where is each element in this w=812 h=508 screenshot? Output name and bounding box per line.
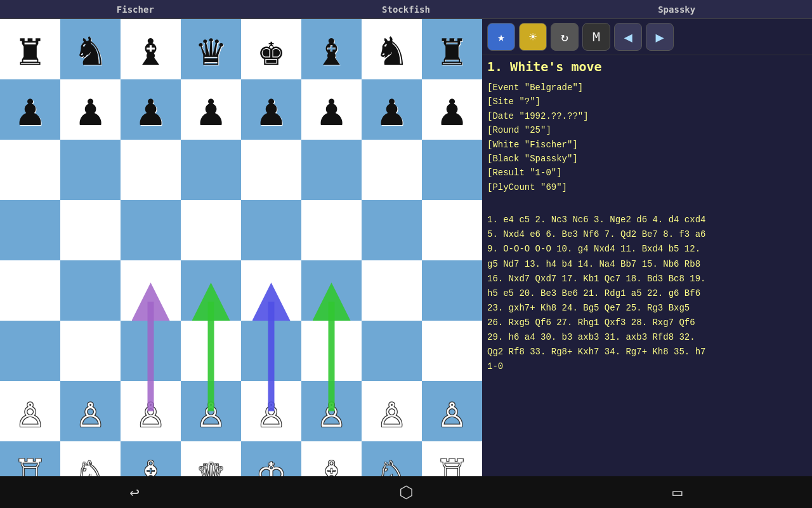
square-7-2[interactable]: ♗ — [121, 441, 181, 476]
star-button[interactable]: ★ — [487, 23, 515, 51]
square-1-3[interactable]: ♟ — [181, 79, 241, 140]
m-button[interactable]: M — [582, 23, 610, 51]
piece-7-1: ♘ — [77, 450, 103, 477]
square-2-7[interactable] — [422, 140, 482, 200]
piece-1-4: ♟ — [258, 88, 284, 132]
square-4-7[interactable] — [422, 260, 482, 321]
piece-6-3: ♙ — [197, 389, 224, 434]
square-0-2[interactable]: ♝ — [121, 19, 181, 79]
piece-6-5: ♙ — [318, 389, 344, 434]
square-3-2[interactable] — [121, 200, 181, 260]
square-3-0[interactable] — [0, 200, 60, 260]
piece-1-5: ♟ — [318, 88, 344, 132]
square-6-2[interactable]: ♙ — [121, 381, 181, 441]
square-2-1[interactable] — [60, 140, 121, 200]
square-6-6[interactable]: ♙ — [362, 381, 422, 441]
pgn-result: [Result "1-0"] — [487, 166, 807, 180]
square-7-6[interactable]: ♘ — [362, 441, 422, 476]
back-button[interactable]: ◀ — [614, 23, 642, 51]
square-6-1[interactable]: ♙ — [60, 381, 121, 441]
piece-0-5: ♝ — [318, 27, 344, 72]
square-6-0[interactable]: ♙ — [0, 381, 60, 441]
square-7-5[interactable]: ♗ — [301, 441, 362, 476]
square-1-2[interactable]: ♟ — [121, 79, 181, 140]
square-2-4[interactable] — [241, 140, 301, 200]
square-0-3[interactable]: ♛ — [181, 19, 241, 79]
pgn-plycount: [PlyCount "69"] — [487, 180, 807, 194]
square-2-0[interactable] — [0, 140, 60, 200]
square-6-3[interactable]: ♙ — [181, 381, 241, 441]
square-2-3[interactable] — [181, 140, 241, 200]
square-4-5[interactable] — [301, 260, 362, 321]
top-bar: Fischer Stockfish Spassky — [0, 0, 812, 19]
square-0-7[interactable]: ♜ — [422, 19, 482, 79]
square-0-1[interactable]: ♞ — [60, 19, 121, 79]
square-4-0[interactable] — [0, 260, 60, 321]
square-6-4[interactable]: ♙ — [241, 381, 301, 441]
square-3-7[interactable] — [422, 200, 482, 260]
square-7-4[interactable]: ♔ — [241, 441, 301, 476]
square-4-3[interactable] — [181, 260, 241, 321]
piece-0-4: ♚ — [258, 27, 284, 72]
pgn-site: [Site "?"] — [487, 95, 807, 109]
square-5-6[interactable] — [362, 321, 422, 381]
square-0-6[interactable]: ♞ — [362, 19, 422, 79]
square-5-4[interactable] — [241, 321, 301, 381]
square-0-4[interactable]: ♚ — [241, 19, 301, 79]
square-1-7[interactable]: ♟ — [422, 79, 482, 140]
square-4-4[interactable] — [241, 260, 301, 321]
spassky-label: Spassky — [541, 4, 812, 15]
square-6-7[interactable]: ♙ — [422, 381, 482, 441]
square-1-1[interactable]: ♟ — [60, 79, 121, 140]
refresh-button[interactable]: ↻ — [551, 23, 579, 51]
moves-list: 1. e4 c5 2. Nc3 Nc6 3. Nge2 d6 4. d4 cxd… — [482, 194, 812, 476]
piece-1-6: ♟ — [378, 88, 405, 132]
piece-7-0: ♖ — [16, 450, 43, 477]
fischer-label: Fischer — [0, 4, 271, 15]
square-3-1[interactable] — [60, 200, 121, 260]
square-1-6[interactable]: ♟ — [362, 79, 422, 140]
back-nav-icon[interactable]: ↩ — [129, 483, 140, 502]
square-6-5[interactable]: ♙ — [301, 381, 362, 441]
square-4-1[interactable] — [60, 260, 121, 321]
board-wrapper: ♜♞♝♛♚♝♞♜♟♟♟♟♟♟♟♟♙♙♙♙♙♙♙♙♖♘♗♕♔♗♘♖ — [0, 19, 482, 476]
square-0-5[interactable]: ♝ — [301, 19, 362, 79]
square-5-3[interactable] — [181, 321, 241, 381]
square-3-5[interactable] — [301, 200, 362, 260]
chessboard[interactable]: ♜♞♝♛♚♝♞♜♟♟♟♟♟♟♟♟♙♙♙♙♙♙♙♙♖♘♗♕♔♗♘♖ — [0, 19, 482, 476]
square-7-1[interactable]: ♘ — [60, 441, 121, 476]
square-7-0[interactable]: ♖ — [0, 441, 60, 476]
piece-1-0: ♟ — [16, 88, 43, 132]
square-4-6[interactable] — [362, 260, 422, 321]
square-7-7[interactable]: ♖ — [422, 441, 482, 476]
square-3-3[interactable] — [181, 200, 241, 260]
square-5-5[interactable] — [301, 321, 362, 381]
piece-6-0: ♙ — [16, 389, 43, 434]
square-5-1[interactable] — [60, 321, 121, 381]
square-3-4[interactable] — [241, 200, 301, 260]
piece-7-6: ♘ — [378, 450, 405, 477]
square-4-2[interactable] — [121, 260, 181, 321]
square-5-0[interactable] — [0, 321, 60, 381]
square-5-7[interactable] — [422, 321, 482, 381]
stockfish-label: Stockfish — [271, 4, 542, 15]
sun-button[interactable]: ☀ — [519, 23, 547, 51]
pgn-info: [Event "Belgrade"] [Site "?"] [Date "199… — [482, 78, 812, 194]
piece-7-5: ♗ — [318, 450, 344, 477]
square-2-6[interactable] — [362, 140, 422, 200]
square-5-2[interactable] — [121, 321, 181, 381]
square-3-6[interactable] — [362, 200, 422, 260]
forward-button[interactable]: ▶ — [646, 23, 674, 51]
square-0-0[interactable]: ♜ — [0, 19, 60, 79]
square-1-5[interactable]: ♟ — [301, 79, 362, 140]
square-7-3[interactable]: ♕ — [181, 441, 241, 476]
piece-1-2: ♟ — [137, 88, 164, 132]
square-1-4[interactable]: ♟ — [241, 79, 301, 140]
home-nav-icon[interactable]: ⬡ — [399, 483, 414, 502]
square-2-2[interactable] — [121, 140, 181, 200]
recents-nav-icon[interactable]: ▭ — [672, 483, 683, 502]
pgn-event: [Event "Belgrade"] — [487, 81, 807, 95]
right-panel: ★ ☀ ↻ M ◀ ▶ 1. White's move [Event "Belg… — [482, 19, 812, 476]
square-2-5[interactable] — [301, 140, 362, 200]
square-1-0[interactable]: ♟ — [0, 79, 60, 140]
